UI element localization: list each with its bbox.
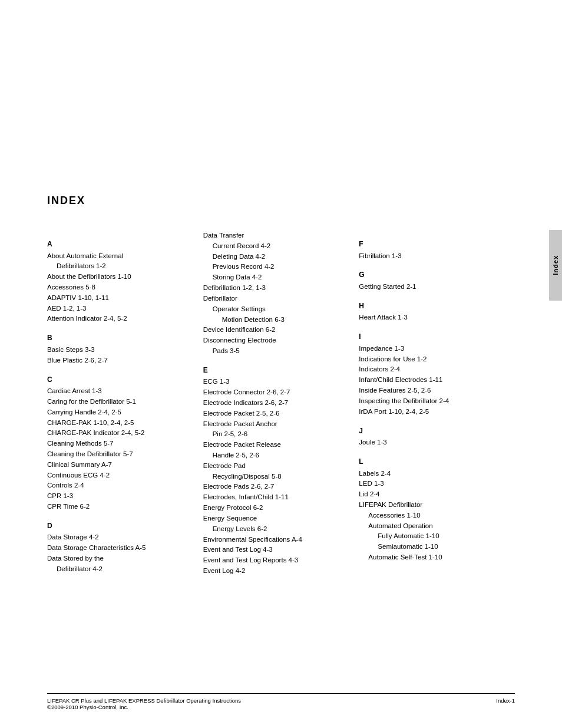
entry-cpr-time: CPR Time 6-2 <box>47 502 191 512</box>
entry-electrode-pad: Electrode Pad <box>203 461 348 472</box>
entry-energy-sequence: Energy Sequence <box>203 513 348 524</box>
column-1: A About Automatic External Defibrillator… <box>47 230 203 577</box>
entry-electrode-packet-anchor-1: Electrode Packet Anchor <box>203 419 348 430</box>
entry-accessories-lifepak: Accessories 1-10 <box>368 510 503 521</box>
entry-lid: Lid 2-4 <box>359 489 503 500</box>
footer-page-number: Index-1 <box>496 697 515 710</box>
letter-d: D <box>47 521 191 532</box>
entry-inside-features: Inside Features 2-5, 2-6 <box>359 386 503 396</box>
entry-data-transfer: Data Transfer <box>203 230 348 241</box>
entry-environmental-specs: Environmental Specifications A-4 <box>203 535 348 545</box>
entry-indicators: Indicators 2-4 <box>359 364 503 375</box>
entry-electrode-packet-release-2: Handle 2-5, 2-6 <box>213 450 348 461</box>
entry-electrode-connector: Electrode Connector 2-6, 2-7 <box>203 387 348 398</box>
entry-accessories: Accessories 5-8 <box>47 282 191 293</box>
entry-data-storage: Data Storage 4-2 <box>47 532 191 543</box>
main-content: INDEX A About Automatic External Defibri… <box>0 0 562 612</box>
entry-carrying-handle: Carrying Handle 2-4, 2-5 <box>47 407 191 418</box>
entry-controls: Controls 2-4 <box>47 480 191 491</box>
entry-electrodes-infant: Electrodes, Infant/Child 1-11 <box>203 492 348 503</box>
entry-disconnecting-2: Pads 3-5 <box>213 346 348 357</box>
letter-i: I <box>359 331 503 342</box>
entry-electrode-pad-recycling: Recycling/Disposal 5-8 <box>213 472 348 482</box>
column-3: F Fibrillation 1-3 G Getting Started 2-1… <box>359 230 515 577</box>
entry-previous-record: Previous Record 4-2 <box>213 262 348 272</box>
entry-electrode-packet: Electrode Packet 2-5, 2-6 <box>203 409 348 419</box>
entry-cleaning-def: Cleaning the Defibrillator 5-7 <box>47 449 191 460</box>
footer: LIFEPAK CR Plus and LIFEPAK EXPRESS Defi… <box>47 693 515 710</box>
entry-data-stored-2: Defibrillator 4-2 <box>57 564 191 575</box>
entry-caring: Caring for the Defibrillator 5-1 <box>47 397 191 407</box>
entry-data-stored-1: Data Stored by the <box>47 554 191 564</box>
entry-cpr: CPR 1-3 <box>47 491 191 502</box>
entry-attention-indicator: Attention Indicator 2-4, 5-2 <box>47 314 191 324</box>
entry-disconnecting-1: Disconnecting Electrode <box>203 335 348 346</box>
letter-j: J <box>359 426 503 437</box>
entry-energy-protocol: Energy Protocol 6-2 <box>203 503 348 513</box>
entry-fully-automatic: Fully Automatic 1-10 <box>378 531 503 542</box>
entry-semiautomatic: Semiautomatic 1-10 <box>378 542 503 552</box>
entry-about-def: About the Defibrillators 1-10 <box>47 272 191 282</box>
letter-b: B <box>47 332 191 344</box>
entry-operator-settings: Operator Settings <box>213 304 348 315</box>
entry-heart-attack: Heart Attack 1-3 <box>359 312 503 323</box>
entry-about-aed-1: About Automatic External <box>47 251 191 262</box>
entry-motion-detection: Motion Detection 6-3 <box>222 315 348 325</box>
entry-electrode-packet-anchor-2: Pin 2-5, 2-6 <box>213 429 348 440</box>
entry-continuous-ecg: Continuous ECG 4-2 <box>47 470 191 481</box>
footer-left: LIFEPAK CR Plus and LIFEPAK EXPRESS Defi… <box>47 697 241 710</box>
entry-infant-child-electrodes: Infant/Child Electrodes 1-11 <box>359 375 503 386</box>
entry-event-log: Event Log 4-2 <box>203 566 348 577</box>
entry-deleting-data: Deleting Data 4-2 <box>213 252 348 262</box>
entry-event-test-log-reports: Event and Test Log Reports 4-3 <box>203 555 348 566</box>
letter-g: G <box>359 269 503 281</box>
entry-adaptiv: ADAPTIV 1-10, 1-11 <box>47 293 191 304</box>
entry-getting-started: Getting Started 2-1 <box>359 282 503 292</box>
entry-current-record: Current Record 4-2 <box>213 241 348 252</box>
entry-device-id: Device Identification 6-2 <box>203 325 348 335</box>
side-tab: Index <box>549 230 562 301</box>
index-columns: A About Automatic External Defibrillator… <box>47 230 515 577</box>
entry-irda-port: IrDA Port 1-10, 2-4, 2-5 <box>359 407 503 417</box>
entry-auto-self-test: Automatic Self-Test 1-10 <box>368 552 503 563</box>
side-tab-label: Index <box>552 255 559 275</box>
entry-energy-levels: Energy Levels 6-2 <box>213 524 348 535</box>
letter-l: L <box>359 456 503 467</box>
letter-h: H <box>359 301 503 312</box>
entry-event-test-log: Event and Test Log 4-3 <box>203 545 348 555</box>
letter-c: C <box>47 374 191 386</box>
entry-basic-steps: Basic Steps 3-3 <box>47 345 191 355</box>
entry-electrode-pads: Electrode Pads 2-6, 2-7 <box>203 482 348 492</box>
entry-defibrillator: Defibrillator <box>203 294 348 304</box>
entry-labels: Labels 2-4 <box>359 469 503 479</box>
entry-cardiac-arrest: Cardiac Arrest 1-3 <box>47 386 191 397</box>
entry-cleaning-methods: Cleaning Methods 5-7 <box>47 439 191 449</box>
entry-storing-data: Storing Data 4-2 <box>213 272 348 283</box>
entry-fibrillation: Fibrillation 1-3 <box>359 251 503 262</box>
letter-a: A <box>47 239 191 250</box>
entry-joule: Joule 1-3 <box>359 437 503 448</box>
entry-led: LED 1-3 <box>359 479 503 489</box>
column-2: Data Transfer Current Record 4-2 Deletin… <box>203 230 359 577</box>
entry-data-storage-char: Data Storage Characteristics A-5 <box>47 543 191 554</box>
entry-about-aed-2: Defibrillators 1-2 <box>57 261 191 272</box>
entry-electrode-indicators: Electrode Indicators 2-6, 2-7 <box>203 398 348 409</box>
entry-lifepak-def: LIFEPAK Defibrillator <box>359 500 503 510</box>
footer-title: LIFEPAK CR Plus and LIFEPAK EXPRESS Defi… <box>47 697 241 704</box>
entry-ecg: ECG 1-3 <box>203 377 348 387</box>
entry-blue-plastic: Blue Plastic 2-6, 2-7 <box>47 355 191 366</box>
entry-aed: AED 1-2, 1-3 <box>47 304 191 314</box>
entry-clinical-summary: Clinical Summary A-7 <box>47 460 191 470</box>
entry-charge-pak-indicator: CHARGE-PAK Indicator 2-4, 5-2 <box>47 428 191 439</box>
entry-inspecting: Inspecting the Defibrillator 2-4 <box>359 396 503 407</box>
entry-automated-operation: Automated Operation <box>368 521 503 532</box>
entry-defibrillation: Defibrillation 1-2, 1-3 <box>203 283 348 294</box>
footer-copyright: ©2009-2010 Physio-Control, Inc. <box>47 704 241 710</box>
entry-electrode-packet-release-1: Electrode Packet Release <box>203 440 348 450</box>
letter-e: E <box>203 365 348 376</box>
page: Index INDEX A About Automatic External D… <box>0 0 562 728</box>
entry-charge-pak-1: CHARGE-PAK 1-10, 2-4, 2-5 <box>47 418 191 429</box>
letter-f: F <box>359 239 503 250</box>
index-heading: INDEX <box>47 195 515 207</box>
entry-impedance: Impedance 1-3 <box>359 344 503 354</box>
